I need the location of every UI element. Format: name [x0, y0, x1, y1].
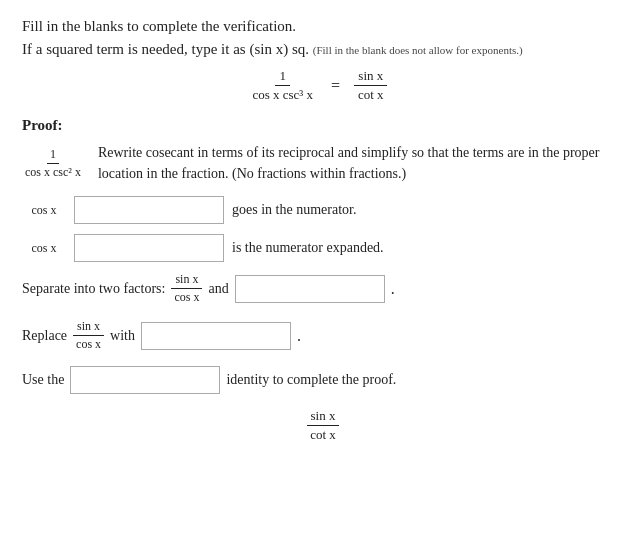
use-label: Use the: [22, 372, 64, 388]
lhs-fraction: 1 cos x csc³ x: [248, 68, 317, 103]
step1-row: 1 cos x csc² x Rewrite cosecant in terms…: [22, 142, 614, 184]
instruction-line1: Fill in the blanks to complete the verif…: [22, 18, 614, 35]
final-frac-numer: sin x: [307, 408, 340, 426]
replace-with-label: with: [110, 328, 135, 344]
replace-dot: .: [297, 327, 301, 345]
lhs-numerator: 1: [275, 68, 290, 86]
rhs-denominator: cot x: [354, 86, 388, 103]
expanded-under-frac: cos x: [22, 240, 66, 256]
step1-text: Rewrite cosecant in terms of its recipro…: [98, 142, 614, 184]
goes-input[interactable]: [74, 196, 224, 224]
proof-label: Proof:: [22, 117, 614, 134]
expanded-frac-denom: cos x: [28, 240, 61, 256]
goes-label: goes in the numerator.: [232, 202, 356, 218]
expanded-input[interactable]: [74, 234, 224, 262]
instruction-line2-text: If a squared term is needed, type it as …: [22, 41, 309, 57]
expanded-row: cos x is the numerator expanded.: [22, 234, 614, 262]
separate-input[interactable]: [235, 275, 385, 303]
step1-frac-numer: 1: [47, 147, 59, 164]
instruction-line2: If a squared term is needed, type it as …: [22, 41, 614, 58]
replace-frac-denom: cos x: [73, 336, 104, 352]
expanded-label: is the numerator expanded.: [232, 240, 384, 256]
replace-label: Replace: [22, 328, 67, 344]
goes-row: cos x goes in the numerator.: [22, 196, 614, 224]
lhs-denominator: cos x csc³ x: [248, 86, 317, 103]
replace-fraction: sin x cos x: [73, 319, 104, 352]
goes-frac-denom: cos x: [28, 202, 61, 218]
goes-under-frac: cos x: [22, 202, 66, 218]
step1-fraction: 1 cos x csc² x: [22, 147, 84, 180]
separate-and: and: [208, 281, 228, 297]
replace-input[interactable]: [141, 322, 291, 350]
separate-frac-denom: cos x: [171, 289, 202, 305]
equals-sign: =: [331, 77, 340, 95]
rhs-fraction: sin x cot x: [354, 68, 388, 103]
use-identity: identity to complete the proof.: [226, 372, 396, 388]
final-frac-denom: cot x: [306, 426, 340, 443]
rhs-numerator: sin x: [354, 68, 387, 86]
step1-frac-denom: cos x csc² x: [22, 164, 84, 180]
final-fraction: sin x cot x: [32, 408, 614, 443]
use-row: Use the identity to complete the proof.: [22, 366, 614, 394]
separate-row: Separate into two factors: sin x cos x a…: [22, 272, 614, 305]
replace-row: Replace sin x cos x with .: [22, 319, 614, 352]
separate-fraction: sin x cos x: [171, 272, 202, 305]
instruction-note: (Fill in the blank does not allow for ex…: [313, 44, 523, 56]
separate-dot: .: [391, 280, 395, 298]
use-input[interactable]: [70, 366, 220, 394]
main-equation: 1 cos x csc³ x = sin x cot x: [22, 68, 614, 103]
proof-block: Proof: 1 cos x csc² x Rewrite cosecant i…: [22, 117, 614, 443]
separate-label: Separate into two factors:: [22, 281, 165, 297]
separate-frac-numer: sin x: [171, 272, 202, 289]
instructions-block: Fill in the blanks to complete the verif…: [22, 18, 614, 58]
replace-frac-numer: sin x: [73, 319, 104, 336]
